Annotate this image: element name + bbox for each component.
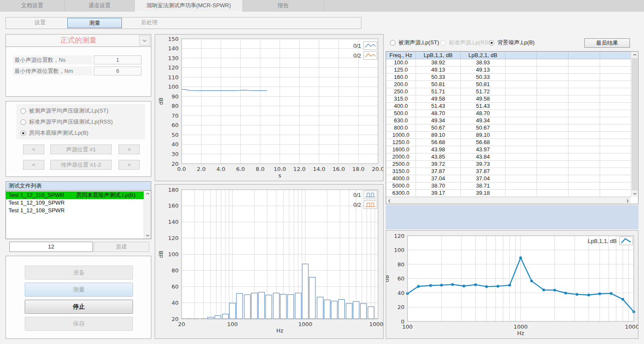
table-cell[interactable]: 37.87 xyxy=(461,168,505,175)
table-row[interactable]: 500.048.7048.70 xyxy=(386,110,631,117)
subtab-1[interactable]: 测量 xyxy=(67,18,122,28)
table-cell[interactable] xyxy=(600,124,631,132)
file-count-button[interactable]: 12 xyxy=(9,242,93,252)
radio-unchecked-icon[interactable] xyxy=(20,108,26,114)
legend-entry[interactable]: 0/2 xyxy=(353,200,377,209)
table-cell[interactable]: 125.0 xyxy=(386,66,416,74)
table-cell[interactable]: 43.85 xyxy=(416,153,461,161)
table-cell[interactable] xyxy=(505,95,537,103)
table-row[interactable]: 2000.043.8543.84 xyxy=(386,153,631,161)
test-type-option[interactable]: 标准声源平均声压级测试,Lp(RSS) xyxy=(20,119,113,125)
table-cell[interactable] xyxy=(537,146,569,153)
table-row[interactable]: 4000.037.0437.04 xyxy=(386,175,631,182)
source-next-button[interactable]: > xyxy=(118,145,140,154)
table-cell[interactable] xyxy=(505,190,537,197)
subtab-0[interactable]: 设置 xyxy=(13,18,67,28)
table-row[interactable]: 200.050.8150.81 xyxy=(386,81,631,88)
table-cell[interactable] xyxy=(600,66,631,74)
table-cell[interactable] xyxy=(600,95,631,103)
radio-checked-icon[interactable] xyxy=(489,40,494,46)
table-cell[interactable]: 200.0 xyxy=(386,81,416,88)
table-cell[interactable]: 49.34 xyxy=(461,117,505,124)
table-cell[interactable] xyxy=(600,161,631,168)
legend-entry[interactable]: LpB,1,1, dB xyxy=(588,237,633,245)
table-cell[interactable] xyxy=(600,146,631,153)
file-list[interactable]: Test 1_12_110_SPWR房间本底噪声测试,Lp(B)Test 1_1… xyxy=(6,190,151,239)
table-row[interactable]: 6300.039.1739.18 xyxy=(386,190,631,197)
table-cell[interactable] xyxy=(537,59,569,66)
table-cell[interactable]: 89.10 xyxy=(416,132,461,139)
table-cell[interactable]: 50.67 xyxy=(416,124,461,132)
table-row[interactable]: 250.051.7151.72 xyxy=(386,88,631,95)
save-button[interactable]: 保存 xyxy=(25,317,133,331)
vscroll-thumb[interactable] xyxy=(632,58,638,191)
table-cell[interactable]: 400.0 xyxy=(386,103,416,110)
table-cell[interactable]: 1600.0 xyxy=(386,146,416,153)
table-cell[interactable]: 49.58 xyxy=(461,95,505,103)
table-cell[interactable] xyxy=(569,117,600,124)
table-cell[interactable]: 50.33 xyxy=(416,74,461,81)
table-cell[interactable]: 37.04 xyxy=(416,175,461,182)
table-cell[interactable]: 630.0 xyxy=(386,117,416,124)
table-cell[interactable]: 56.68 xyxy=(461,139,505,146)
table-cell[interactable]: 89.10 xyxy=(461,132,505,139)
chevron-down-icon[interactable] xyxy=(139,35,150,46)
tab-0[interactable]: 文档设置 xyxy=(0,0,65,12)
table-row[interactable]: 1250.056.6856.68 xyxy=(386,139,631,146)
table-cell[interactable] xyxy=(600,88,631,95)
table-row[interactable]: 315.049.5849.58 xyxy=(386,95,631,103)
scroll-up-icon[interactable] xyxy=(631,52,638,58)
table-cell[interactable]: 43.98 xyxy=(416,146,461,153)
table-cell[interactable] xyxy=(569,103,600,110)
source-prev-button[interactable]: < xyxy=(23,145,44,154)
table-cell[interactable] xyxy=(537,74,569,81)
table-cell[interactable] xyxy=(537,161,569,168)
table-cell[interactable] xyxy=(569,132,600,139)
mic-position-button[interactable]: 传声器位置 #1-2 xyxy=(50,160,112,170)
table-cell[interactable] xyxy=(600,132,631,139)
table-cell[interactable] xyxy=(600,81,631,88)
table-cell[interactable]: 38.70 xyxy=(416,182,461,190)
tab-2[interactable]: 混响室法测试声功率(MCR-SPWR) xyxy=(135,0,243,12)
table-row[interactable]: 160.050.3350.33 xyxy=(386,74,631,81)
table-row[interactable]: 2500.039.7239.73 xyxy=(386,161,631,168)
table-cell[interactable] xyxy=(505,124,537,132)
table-cell[interactable] xyxy=(537,88,569,95)
table-cell[interactable]: 3150.0 xyxy=(386,168,416,175)
file-list-item[interactable]: Test 1_12_108_SPWR xyxy=(6,207,144,214)
table-cell[interactable]: 51.72 xyxy=(461,88,505,95)
table-cell[interactable] xyxy=(600,110,631,117)
table-cell[interactable] xyxy=(505,153,537,161)
table-cell[interactable] xyxy=(569,139,600,146)
table-cell[interactable] xyxy=(537,182,569,190)
table-cell[interactable]: 500.0 xyxy=(386,110,416,117)
table-cell[interactable] xyxy=(569,110,600,117)
table-cell[interactable]: 50.81 xyxy=(461,81,505,88)
table-cell[interactable]: 2000.0 xyxy=(386,153,416,161)
measure-button[interactable]: 测量 xyxy=(25,283,133,297)
table-cell[interactable] xyxy=(569,175,600,182)
table-cell[interactable] xyxy=(600,74,631,81)
field-value[interactable]: 1 xyxy=(94,55,142,64)
table-cell[interactable]: 49.13 xyxy=(461,66,505,74)
scroll-down-icon[interactable] xyxy=(631,191,638,197)
result-table[interactable]: Freq., HzLpB,1,1, dBLpB,2,1, dB100.038.9… xyxy=(386,51,638,204)
table-cell[interactable] xyxy=(600,103,631,110)
table-row[interactable]: 1000.089.1089.10 xyxy=(386,132,631,139)
table-cell[interactable]: 39.17 xyxy=(416,190,461,197)
radio-unchecked-icon[interactable] xyxy=(440,40,446,46)
table-cell[interactable]: 49.58 xyxy=(416,95,461,103)
table-cell[interactable]: 160.0 xyxy=(386,74,416,81)
table-cell[interactable]: 6300.0 xyxy=(386,190,416,197)
table-cell[interactable]: 56.68 xyxy=(416,139,461,146)
table-cell[interactable] xyxy=(569,182,600,190)
table-cell[interactable]: 5000.0 xyxy=(386,182,416,190)
scroll-up-icon[interactable] xyxy=(144,191,151,197)
table-cell[interactable] xyxy=(537,168,569,175)
table-cell[interactable]: 1250.0 xyxy=(386,139,416,146)
table-cell[interactable]: 800.0 xyxy=(386,124,416,132)
tab-1[interactable]: 通道设置 xyxy=(65,0,135,12)
table-cell[interactable] xyxy=(505,161,537,168)
table-cell[interactable] xyxy=(537,103,569,110)
file-list-item[interactable]: Test 1_12_109_SPWR xyxy=(6,199,144,207)
